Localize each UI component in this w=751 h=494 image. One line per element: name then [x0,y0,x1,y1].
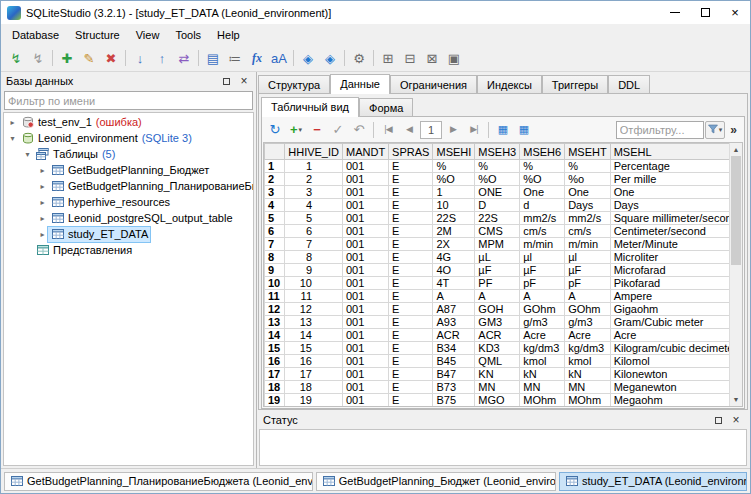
tree-item-getbudgetplanning-planirovanie-budgeta[interactable]: ▸GetBudgetPlanning_ПланированиеБюджета [4,178,253,194]
grid-cell[interactable]: Acre [520,329,565,342]
grid-cell[interactable]: E [389,290,433,303]
grid-cell[interactable]: 001 [343,368,389,381]
grid-cell[interactable]: Acre [610,329,741,342]
grid-cell[interactable]: 2X [433,238,475,251]
grid-cell[interactable]: A [565,290,611,303]
fit-columns-button[interactable]: ▦ [493,120,513,140]
tree-item-views[interactable]: Представления [4,242,253,258]
grid-cell[interactable]: 13 [285,316,343,329]
grid-cell[interactable]: cm/s [565,225,611,238]
grid-cell[interactable]: E [389,303,433,316]
scroll-track[interactable] [730,156,742,393]
column-header-mseh6[interactable]: MSEH6 [520,144,565,160]
row-number[interactable]: 2 [265,173,285,186]
row-number[interactable]: 10 [265,277,285,290]
last-page-button[interactable]: ▶| [464,120,484,140]
tree-item-test-env-1[interactable]: ▸test_env_1 (ошибка) [4,114,253,130]
grid-cell[interactable]: 001 [343,251,389,264]
tree-item-study-et-data[interactable]: ▸study_ET_DATA [4,226,253,242]
grid-cell[interactable]: D [475,199,520,212]
grid-cell[interactable]: Percentage [610,160,741,173]
grid-cell[interactable]: 2M [433,225,475,238]
rollback-button[interactable]: ↶ [349,120,369,140]
grid-cell[interactable]: Days [565,199,611,212]
grid-cell[interactable]: µl [520,251,565,264]
grid-cell[interactable]: pF [565,277,611,290]
menu-help[interactable]: Help [209,26,248,44]
row-number[interactable]: 13 [265,316,285,329]
grid-cell[interactable]: E [389,329,433,342]
export-button[interactable]: ↑ [151,47,173,69]
commit-button[interactable]: ✓ [328,120,348,140]
grid-cell[interactable]: Gigaohm [610,303,741,316]
grid-cell[interactable]: ONE [475,186,520,199]
row-number[interactable]: 19 [265,394,285,407]
grid-cell[interactable]: 001 [343,199,389,212]
grid-cell[interactable]: 001 [343,173,389,186]
row-number[interactable]: 9 [265,264,285,277]
menu-view[interactable]: View [128,26,168,44]
grid-cell[interactable]: µl [565,251,611,264]
taskbar-window-button[interactable]: GetBudgetPlanning_Бюджет (Leonid_environ… [316,472,556,491]
open-ddl-history-button[interactable]: ≔ [224,47,246,69]
grid-cell[interactable]: kmol [565,355,611,368]
grid-cell[interactable]: pF [520,277,565,290]
grid-cell[interactable]: 9 [285,264,343,277]
grid-cell[interactable]: µL [475,251,520,264]
grid-cell[interactable]: One [565,186,611,199]
tab-data[interactable]: Данные [330,74,390,94]
column-header-spras[interactable]: SPRAS [389,144,433,160]
expander-icon[interactable]: ▸ [37,182,48,191]
expander-icon[interactable]: ▸ [37,214,48,223]
grid-cell[interactable]: MOhm [520,394,565,407]
grid-cell[interactable]: GOH [475,303,520,316]
vertical-scrollbar[interactable]: ▲ ▼ [729,143,742,406]
expander-icon[interactable]: ▸ [37,198,48,207]
column-header-mseh3[interactable]: MSEH3 [475,144,520,160]
grid-cell[interactable]: 001 [343,290,389,303]
grid-cell[interactable]: MN [520,381,565,394]
grid-cell[interactable]: g/m3 [565,316,611,329]
row-number[interactable]: 4 [265,199,285,212]
grid-cell[interactable]: B73 [433,381,475,394]
scroll-up-button[interactable]: ▲ [730,143,742,156]
open-function-editor-button[interactable]: fx [246,47,268,69]
grid-cell[interactable]: 4O [433,264,475,277]
expand-tool-windows-button[interactable]: ◈ [297,47,319,69]
collapse-tool-windows-button[interactable]: ◈ [319,47,341,69]
grid-cell[interactable]: 001 [343,342,389,355]
grid-cell[interactable]: 1 [285,160,343,173]
grid-cell[interactable]: E [389,355,433,368]
close-button[interactable]: × [720,1,750,24]
grid-cell[interactable]: 19 [285,394,343,407]
grid-cell[interactable]: g/m3 [520,316,565,329]
grid-cell[interactable]: 17 [285,368,343,381]
column-header-msehl[interactable]: MSEHL [610,144,741,160]
close-panel-button[interactable]: × [237,74,251,88]
row-number[interactable]: 14 [265,329,285,342]
row-number[interactable]: 3 [265,186,285,199]
row-number[interactable]: 7 [265,238,285,251]
grid-cell[interactable]: 4 [285,199,343,212]
grid-cell[interactable]: MPM [475,238,520,251]
grid-cell[interactable]: 16 [285,355,343,368]
database-filter-input[interactable] [4,91,253,110]
grid-cell[interactable]: A93 [433,316,475,329]
grid-cell[interactable]: kg/dm3 [520,342,565,355]
grid-cell[interactable]: A [520,290,565,303]
grid-cell[interactable]: CMS [475,225,520,238]
grid-cell[interactable]: B47 [433,368,475,381]
title-bar[interactable]: SQLiteStudio (3.2.1) - [study_ET_DATA (L… [1,1,750,24]
grid-cell[interactable]: PF [475,277,520,290]
grid-cell[interactable]: Microliter [610,251,741,264]
grid-cell[interactable]: 4T [433,277,475,290]
next-page-button[interactable]: ▶ [443,120,463,140]
edit-database-button[interactable]: ✎ [78,47,100,69]
grid-cell[interactable]: E [389,238,433,251]
grid-cell[interactable]: GOhm [565,303,611,316]
column-header-hhive_id[interactable]: HHIVE_ID [285,144,343,160]
grid-cell[interactable]: mm2/s [565,212,611,225]
grid-cell[interactable]: 001 [343,394,389,407]
grid-cell[interactable]: Days [610,199,741,212]
column-header-mandt[interactable]: MANDT [343,144,389,160]
